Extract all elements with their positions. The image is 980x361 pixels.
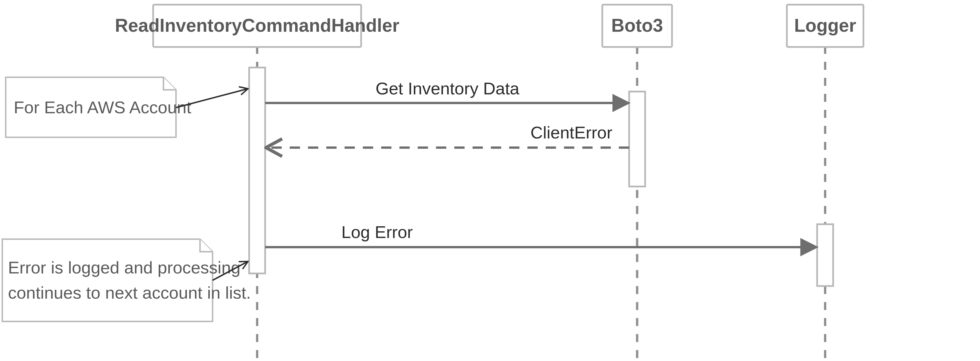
message-client-error-label: ClientError <box>530 123 612 142</box>
note-loop-text: For Each AWS Account <box>14 98 191 117</box>
note-error-text-line1: Error is logged and processing <box>8 258 240 277</box>
activation-handler <box>249 67 265 273</box>
message-get-inventory-label: Get Inventory Data <box>375 79 520 98</box>
note-loop: For Each AWS Account <box>6 77 191 137</box>
participant-boto3-label: Boto3 <box>611 15 663 36</box>
activation-logger <box>817 224 833 286</box>
participant-boto3: Boto3 <box>602 5 672 47</box>
participant-logger-label: Logger <box>794 15 856 36</box>
activation-boto3 <box>629 91 645 187</box>
message-log-error-label: Log Error <box>342 222 413 242</box>
note-error-text-line2: continues to next account in list. <box>8 283 251 302</box>
participant-handler: ReadInventoryCommandHandler <box>115 5 399 47</box>
sequence-diagram: ReadInventoryCommandHandler Boto3 Logger… <box>0 0 980 361</box>
participant-logger: Logger <box>787 5 863 47</box>
participant-handler-label: ReadInventoryCommandHandler <box>115 15 399 36</box>
